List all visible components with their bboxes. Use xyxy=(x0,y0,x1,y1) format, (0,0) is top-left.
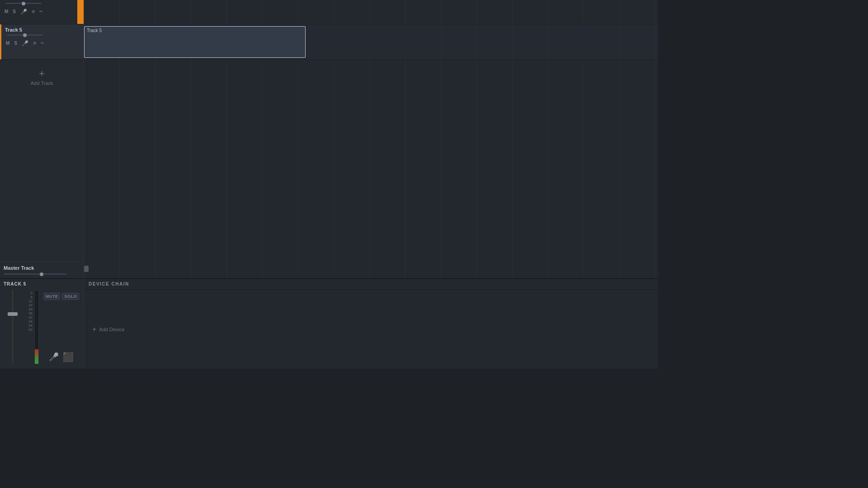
add-track-plus: + xyxy=(39,69,45,79)
track5-name: Track 5 xyxy=(5,27,74,33)
track5-record-btn[interactable]: 🎤 xyxy=(21,40,29,47)
track5-clip[interactable]: Track 5 xyxy=(84,26,306,58)
add-track-label: Add Track xyxy=(31,80,53,86)
mute-solo-row: MUTE SOLO xyxy=(43,293,79,300)
track5-mixer-btn[interactable]: ≡ xyxy=(32,39,37,47)
fader-area xyxy=(4,290,22,365)
volume-fader-track[interactable] xyxy=(12,290,14,363)
track-header-track5: Track 5 M S 🎤 ≡ ~ xyxy=(0,24,84,60)
add-device-button[interactable]: + Add Device xyxy=(89,324,128,335)
master-slider[interactable] xyxy=(4,273,67,275)
track5-row: Track 5 xyxy=(84,24,658,60)
track4-solo-btn[interactable]: S xyxy=(12,9,17,14)
timeline-scrollbar-handle[interactable] xyxy=(84,266,89,272)
track5-solo-btn[interactable]: S xyxy=(13,40,18,46)
bottom-bars-icon[interactable]: ⬛ xyxy=(62,352,73,362)
master-track-header: Master Track xyxy=(0,261,84,278)
add-device-label: Add Device xyxy=(99,327,124,332)
track4-automation-btn[interactable]: ~ xyxy=(38,8,44,15)
track5-clip-label: Track 5 xyxy=(85,27,305,34)
master-track-name: Master Track xyxy=(4,265,80,271)
track5-mute-btn[interactable]: M xyxy=(5,40,10,46)
device-chain-panel: DEVICE CHAIN + Add Device xyxy=(84,279,658,369)
channel-strip-title: TRACK 5 xyxy=(2,281,82,288)
vu-scale: 0 6 12 24 30 36 42 48 54 60 xyxy=(24,290,33,365)
track5-controls: M S 🎤 ≡ ~ xyxy=(5,38,74,49)
device-chain-content: + Add Device xyxy=(84,290,658,369)
main-area: M S 🎤 ≡ ~ Track 5 M S xyxy=(0,0,658,278)
track5-automation-btn[interactable]: ~ xyxy=(40,39,45,47)
bottom-icon-row: 🎤 ⬛ xyxy=(43,350,79,364)
vu-bar xyxy=(35,349,38,364)
add-track-area[interactable]: + Add Track xyxy=(0,60,84,261)
volume-fader-handle[interactable] xyxy=(8,312,18,316)
track4-record-btn[interactable]: 🎤 xyxy=(19,8,28,15)
channel-strip-controls: 0 6 12 24 30 36 42 48 54 60 xyxy=(2,288,82,367)
vu-section: 0 6 12 24 30 36 42 48 54 60 xyxy=(24,290,40,365)
channel-strip: TRACK 5 0 6 12 24 30 36 42 48 xyxy=(0,279,84,369)
timeline-area: Track 5 xyxy=(84,0,658,278)
solo-button[interactable]: SOLO xyxy=(62,293,79,300)
bottom-mic-icon[interactable]: 🎤 xyxy=(49,352,59,362)
track4-slider[interactable] xyxy=(5,3,42,4)
track4-controls: M S 🎤 ≡ ~ xyxy=(4,6,80,17)
track4-accent-bar xyxy=(77,0,84,24)
track-header-track4: M S 🎤 ≡ ~ xyxy=(0,0,84,24)
track4-row xyxy=(84,0,658,24)
device-chain-header: DEVICE CHAIN xyxy=(84,279,658,290)
mute-button[interactable]: MUTE xyxy=(43,293,61,300)
track-headers: M S 🎤 ≡ ~ Track 5 M S xyxy=(0,0,84,278)
track4-mixer-btn[interactable]: ≡ xyxy=(31,8,36,15)
track5-slider[interactable] xyxy=(7,34,43,36)
bottom-panel: TRACK 5 0 6 12 24 30 36 42 48 xyxy=(0,278,658,369)
vu-meter-col xyxy=(33,290,40,365)
mute-solo-icon-col: MUTE SOLO 🎤 ⬛ xyxy=(42,290,80,365)
track4-mute-btn[interactable]: M xyxy=(4,9,9,14)
vu-meter xyxy=(34,290,39,364)
add-device-plus-icon: + xyxy=(92,326,96,333)
